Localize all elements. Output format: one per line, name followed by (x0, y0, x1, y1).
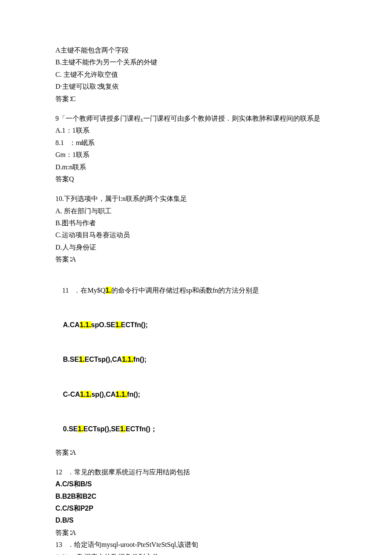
q8-option-c: C. 主键不允许取空值 (55, 69, 337, 80)
q9-option-a: A.1：1联系 (55, 125, 337, 136)
q9-answer: 答案Q (55, 174, 337, 185)
q11-c-mid: sp(),CA (91, 391, 115, 398)
q9-option-b: 8.1 ：m岷系 (55, 137, 337, 148)
q11-b-pre: B.SE (63, 356, 79, 363)
q11-d-post: ECTfn()； (126, 425, 157, 433)
q13-option-a: A.%test数据库中的数据备份到文件 (55, 552, 337, 555)
q9-stem: 9「一个教师可讲授多门课程₁一门课程可由多个教帅讲授．则实体教肺和课程间的联系是 (55, 113, 337, 124)
q12-answer: 答案∶A (55, 527, 337, 538)
q11-b-hl1: 1. (79, 356, 84, 363)
q11-a-post: ECTfn(); (121, 321, 148, 328)
q11-stem: 11 ．在My$Q1.的命令行中调用存储过程sp和函数fn的方法分别是 (55, 274, 337, 308)
q11-c-hl1: 1.1. (80, 391, 92, 398)
q10-option-b: B.图书与作者 (55, 218, 337, 229)
document-page: A主键不能包含两个字段 B.主键不能作为另一个关系的外键 C. 主键不允许取空值… (0, 0, 392, 555)
q12-option-c: C.C/S和P2P (55, 503, 337, 514)
q11-answer: 答案∶A (55, 447, 337, 458)
q11-a-hl2: 1. (115, 321, 121, 328)
q11-stem-pre: 11 ．在My$Q (62, 287, 105, 294)
q11-b-hl2: 1.1. (122, 356, 133, 363)
q9-option-c: Gm：1联系 (55, 149, 337, 160)
q11-option-c: C-CA1.1.sp(),CA1.1.fn(); (55, 378, 337, 411)
q11-c-pre: C-CA (63, 391, 80, 398)
q11-d-mid: ECTsp(),SE (84, 425, 120, 433)
q10-option-d: D.人与身份证 (55, 242, 337, 253)
q10-stem: 10.下列选项中，属于l:n联系的两个实体集足 (55, 193, 337, 204)
q11-b-post: fn(); (133, 356, 147, 363)
q11-c-post: fn(); (127, 391, 140, 398)
q11-d-hl1: 1. (78, 425, 83, 433)
q11-stem-hl1: 1. (105, 287, 111, 294)
q11-d-hl2: 1. (120, 425, 126, 433)
q8-option-b: B.主键不能作为另一个关系的外键 (55, 57, 337, 68)
q9-option-d: D.m:n联系 (55, 162, 337, 173)
q11-c-hl2: 1.1. (115, 391, 127, 398)
q10-answer: 答案∶A (55, 254, 337, 265)
q8-option-a: A主键不能包含两个字段 (55, 45, 337, 56)
q8-answer: 答案∶C (55, 93, 337, 105)
q11-b-mid: ECTsp(),CA (84, 356, 122, 363)
q12-option-a: A.C/S和B/S (55, 479, 337, 490)
q11-option-d: 0.SE1.ECTsp(),SE1.ECTfn()； (55, 412, 337, 446)
q8-option-d: D·主键可以取∶曳复依 (55, 81, 337, 92)
q11-a-mid: spO.SE (91, 321, 115, 328)
q12-stem: 12 ．常见的数据摩系统运行与应用结岗包括 (55, 467, 337, 478)
q10-option-c: C.运动项目马卷赛运动员 (55, 230, 337, 241)
q11-option-b: B.SE1.ECTsp(),CA1.1.fn(); (55, 343, 337, 377)
q12-option-b: B.B2B和B2C (55, 491, 337, 502)
q11-a-pre: A.CA (63, 321, 80, 328)
q13-stem: 13 ．给定语句mysql-uroot-PteStVteStSql,该谱旬 (55, 539, 337, 550)
q11-stem-post: 的命令行中调用存储过程sp和函数fn的方法分别是 (111, 287, 259, 294)
q12-option-d: D.B/S (55, 515, 337, 526)
q11-d-pre: 0.SE (63, 425, 78, 433)
q11-a-hl1: 1.1. (80, 321, 91, 328)
q10-option-a: A. 所在部门与职工 (55, 206, 337, 217)
q11-option-a: A.CA1.1.spO.SE1.ECTfn(); (55, 308, 337, 342)
